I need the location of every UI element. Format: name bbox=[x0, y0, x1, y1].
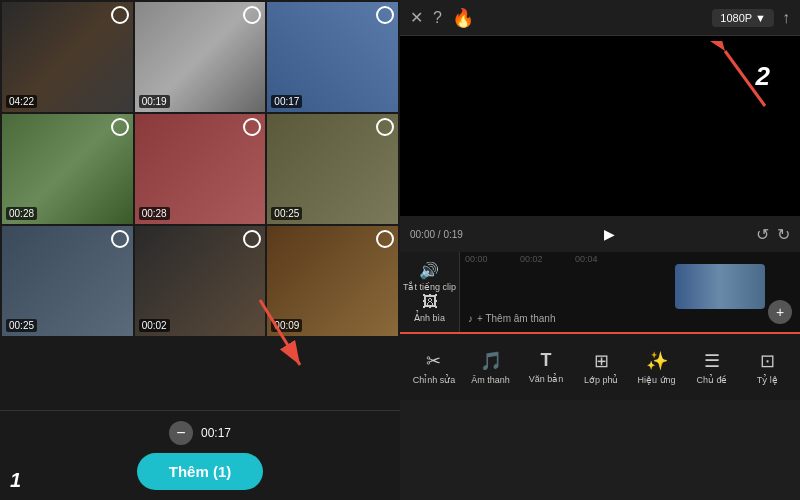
grid-item-5[interactable]: 00:28 bbox=[135, 114, 266, 224]
time-marker-0: 00:00 bbox=[465, 254, 488, 264]
time-marker-2: 00:04 bbox=[575, 254, 598, 264]
timeline-strip: 🔊 Tắt tiếng clip 🖼 Ảnh bìa 00:00 00:02 0… bbox=[400, 252, 800, 332]
grid-item-1[interactable]: 04:22 bbox=[2, 2, 133, 112]
grid-item-4[interactable]: 00:28 bbox=[2, 114, 133, 224]
preview-area: 2 bbox=[400, 36, 800, 216]
arrow-number-2 bbox=[710, 41, 790, 121]
duration-badge-1: 04:22 bbox=[6, 95, 37, 108]
selected-indicator: − 00:17 bbox=[169, 421, 231, 445]
select-circle-3[interactable] bbox=[376, 6, 394, 24]
scissors-icon: ✂ bbox=[426, 350, 441, 372]
effects-icon: ✨ bbox=[646, 350, 668, 372]
redo-button[interactable]: ↻ bbox=[777, 225, 790, 244]
duration-badge-9: 00:09 bbox=[271, 319, 302, 332]
duration-badge-3: 00:17 bbox=[271, 95, 302, 108]
add-clip-button[interactable]: + bbox=[768, 300, 792, 324]
toolbar-item-theme[interactable]: ☰ Chủ đề bbox=[692, 350, 732, 385]
label-number-2: 2 bbox=[756, 61, 770, 92]
close-button[interactable]: ✕ bbox=[410, 8, 423, 27]
grid-item-9[interactable]: 00:09 bbox=[267, 226, 398, 336]
speaker-icon: 🔊 bbox=[419, 261, 439, 280]
theme-icon: ☰ bbox=[704, 350, 720, 372]
audio-track-add[interactable]: ♪ + Thêm âm thanh bbox=[468, 313, 555, 324]
flame-icon: 🔥 bbox=[452, 7, 474, 29]
timeline-controls: 00:00 / 0:19 ▶ ↺ ↻ bbox=[400, 216, 800, 252]
text-icon: T bbox=[540, 350, 551, 371]
add-to-project-button[interactable]: Thêm (1) bbox=[137, 453, 264, 490]
select-circle-9[interactable] bbox=[376, 230, 394, 248]
timeline-content: 00:00 00:02 00:04 + ♪ + Thêm âm thanh bbox=[460, 252, 800, 332]
duration-badge-4: 00:28 bbox=[6, 207, 37, 220]
toolbar-item-edit[interactable]: ✂ Chỉnh sửa bbox=[413, 350, 456, 385]
duration-badge-8: 00:02 bbox=[139, 319, 170, 332]
left-panel: 04:22 00:19 00:17 00:28 00:28 00:25 bbox=[0, 0, 400, 500]
current-time: 00:00 / 0:19 bbox=[410, 229, 463, 240]
time-marker-1: 00:02 bbox=[520, 254, 543, 264]
selected-duration: 00:17 bbox=[201, 426, 231, 440]
bottom-toolbar: ✂ Chỉnh sửa 🎵 Âm thanh T Văn bản ⊞ Lớp p… bbox=[400, 332, 800, 400]
duration-badge-6: 00:25 bbox=[271, 207, 302, 220]
mute-clip-button[interactable]: 🔊 Tắt tiếng clip bbox=[403, 261, 456, 292]
toolbar-item-effects[interactable]: ✨ Hiệu ứng bbox=[637, 350, 677, 385]
select-circle-4[interactable] bbox=[111, 118, 129, 136]
duration-badge-2: 00:19 bbox=[139, 95, 170, 108]
overlay-icon: ⊞ bbox=[594, 350, 609, 372]
play-button[interactable]: ▶ bbox=[604, 226, 615, 242]
grid-item-8[interactable]: 00:02 bbox=[135, 226, 266, 336]
top-bar-right: 1080P ▼ ↑ bbox=[712, 9, 790, 27]
left-bottom-bar: − 00:17 Thêm (1) bbox=[0, 410, 400, 500]
toolbar-item-text[interactable]: T Văn bản bbox=[526, 350, 566, 384]
remove-selected-button[interactable]: − bbox=[169, 421, 193, 445]
right-panel: ✕ ? 🔥 1080P ▼ ↑ 2 00:00 / 0:19 bbox=[400, 0, 800, 500]
select-circle-7[interactable] bbox=[111, 230, 129, 248]
grid-item-3[interactable]: 00:17 bbox=[267, 2, 398, 112]
help-button[interactable]: ? bbox=[433, 9, 442, 27]
undo-redo-controls: ↺ ↻ bbox=[756, 225, 790, 244]
duration-badge-7: 00:25 bbox=[6, 319, 37, 332]
resolution-button[interactable]: 1080P ▼ bbox=[712, 9, 774, 27]
cover-photo-button[interactable]: 🖼 Ảnh bìa bbox=[414, 293, 445, 323]
toolbar-item-overlay[interactable]: ⊞ Lớp phủ bbox=[581, 350, 621, 385]
upload-button[interactable]: ↑ bbox=[782, 9, 790, 27]
toolbar-item-audio[interactable]: 🎵 Âm thanh bbox=[471, 350, 511, 385]
music-note-icon: ♪ bbox=[468, 313, 473, 324]
timeline-tools: 🔊 Tắt tiếng clip 🖼 Ảnh bìa bbox=[400, 252, 460, 332]
toolbar-item-ratio[interactable]: ⊡ Tỷ lệ bbox=[747, 350, 787, 385]
video-thumbnail-strip bbox=[675, 264, 765, 309]
image-icon: 🖼 bbox=[422, 293, 438, 311]
undo-button[interactable]: ↺ bbox=[756, 225, 769, 244]
duration-badge-5: 00:28 bbox=[139, 207, 170, 220]
audio-icon: 🎵 bbox=[480, 350, 502, 372]
top-bar: ✕ ? 🔥 1080P ▼ ↑ bbox=[400, 0, 800, 36]
grid-item-2[interactable]: 00:19 bbox=[135, 2, 266, 112]
select-circle-1[interactable] bbox=[111, 6, 129, 24]
label-number-1: 1 bbox=[10, 469, 21, 492]
grid-item-6[interactable]: 00:25 bbox=[267, 114, 398, 224]
select-circle-6[interactable] bbox=[376, 118, 394, 136]
ratio-icon: ⊡ bbox=[760, 350, 775, 372]
video-grid: 04:22 00:19 00:17 00:28 00:28 00:25 bbox=[0, 0, 400, 410]
top-bar-left: ✕ ? 🔥 bbox=[410, 7, 474, 29]
grid-item-7[interactable]: 00:25 bbox=[2, 226, 133, 336]
